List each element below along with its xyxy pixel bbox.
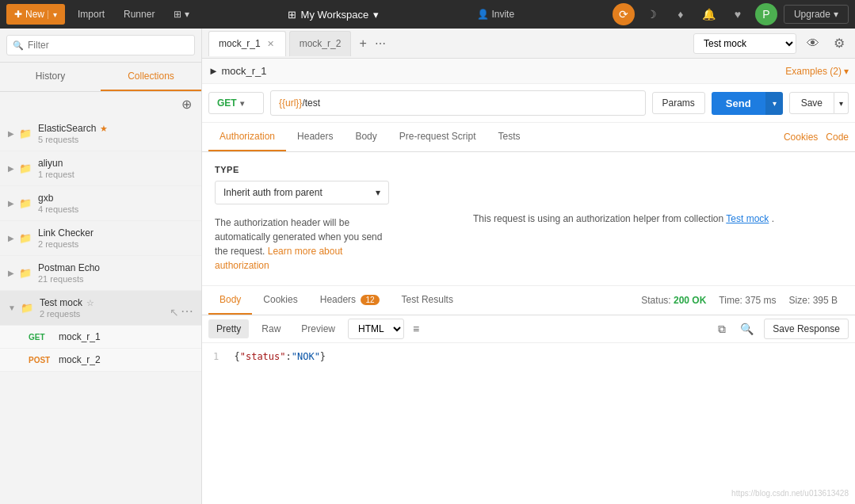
- folder-icon: 📁: [19, 267, 32, 279]
- collection-info: Link Checker 2 requests: [38, 227, 193, 249]
- settings-button[interactable]: ⚙: [830, 33, 849, 53]
- user-icon[interactable]: ♦: [670, 3, 692, 25]
- heart-icon[interactable]: ♥: [727, 3, 749, 25]
- new-label: New: [25, 9, 44, 20]
- collection-item-postman-echo[interactable]: ▶ 📁 Postman Echo 21 requests: [0, 256, 201, 291]
- response-body: 1 {"status":"NOK"}: [202, 343, 855, 504]
- url-input[interactable]: {{url}}/test: [270, 90, 646, 116]
- tab-headers[interactable]: Headers: [286, 123, 344, 151]
- search-response-icon[interactable]: 🔍: [736, 320, 758, 338]
- upgrade-button[interactable]: Upgrade ▾: [784, 5, 849, 24]
- resp-tab-body[interactable]: Body: [208, 286, 252, 315]
- collection-item-link-checker[interactable]: ▶ 📁 Link Checker 2 requests: [0, 221, 201, 256]
- tab-body[interactable]: Body: [344, 123, 387, 151]
- tab-bar: mock_r_1 ✕ mock_r_2 + ⋯ Test mock 👁 ⚙: [202, 29, 855, 59]
- format-select[interactable]: HTML JSON XML Text: [348, 319, 404, 339]
- send-dropdown-button[interactable]: ▾: [765, 92, 783, 115]
- bell-icon[interactable]: 🔔: [698, 3, 720, 25]
- line-number: 1: [213, 351, 219, 362]
- tab-label: mock_r_1: [219, 38, 261, 49]
- filter-input[interactable]: [6, 35, 195, 55]
- resp-tab-headers[interactable]: Headers 12: [309, 286, 391, 315]
- sidebar-tabs: History Collections: [0, 63, 201, 92]
- send-button[interactable]: Send: [712, 92, 765, 115]
- layout-button[interactable]: ⊞ ▾: [167, 6, 195, 23]
- add-tab-button[interactable]: +: [354, 36, 371, 51]
- time-value: 375 ms: [745, 295, 776, 306]
- response-line: 1 {"status":"NOK"}: [213, 351, 844, 362]
- breadcrumb: ► mock_r_1: [208, 65, 267, 77]
- collection-info: Postman Echo 21 requests: [38, 262, 193, 284]
- folder-icon: 📁: [21, 302, 33, 314]
- request-name: mock_r_1: [59, 331, 101, 342]
- collection-name: ElasticSearch ★: [38, 123, 193, 134]
- tab-history[interactable]: History: [0, 63, 101, 91]
- cookies-link[interactable]: Cookies: [784, 132, 818, 143]
- fmt-tab-preview[interactable]: Preview: [293, 319, 343, 338]
- arrow-icon: ▶: [8, 129, 14, 138]
- examples-link[interactable]: Examples (2) ▾: [785, 66, 849, 77]
- auth-collection-link[interactable]: Test mock: [726, 213, 769, 224]
- import-button[interactable]: Import: [71, 6, 111, 23]
- arrow-icon: ▶: [8, 234, 14, 242]
- add-collection-button[interactable]: ⊕: [178, 95, 195, 113]
- method-badge-get: GET: [29, 333, 52, 342]
- collection-info: aliyun 1 request: [38, 158, 193, 179]
- right-panel: mock_r_1 ✕ mock_r_2 + ⋯ Test mock 👁 ⚙ ► …: [202, 29, 855, 504]
- resp-tab-cookies[interactable]: Cookies: [252, 286, 308, 315]
- invite-button[interactable]: 👤 Invite: [471, 6, 521, 23]
- runner-button[interactable]: Runner: [117, 6, 161, 23]
- method-badge-post: POST: [29, 356, 52, 365]
- eye-button[interactable]: 👁: [803, 34, 823, 53]
- tab-authorization[interactable]: Authorization: [208, 123, 286, 151]
- tab-mock-r2[interactable]: mock_r_2: [289, 31, 352, 56]
- moon-icon[interactable]: ☽: [641, 3, 663, 25]
- new-dropdown-arrow[interactable]: ▾: [48, 10, 57, 19]
- request-list: GET mock_r_1 POST mock_r_2: [0, 326, 201, 372]
- auth-description: The authorization header will be automat…: [215, 216, 389, 273]
- new-button[interactable]: ✚ New ▾: [6, 4, 65, 25]
- wrap-icon[interactable]: ≡: [409, 320, 423, 338]
- more-tabs-button[interactable]: ⋯: [375, 37, 386, 50]
- tab-close-button[interactable]: ✕: [265, 39, 276, 49]
- collection-item-test-mock[interactable]: ▼ 📁 Test mock ☆ 2 requests ↖ ⋯: [0, 291, 201, 326]
- tab-mock-r1[interactable]: mock_r_1 ✕: [208, 31, 286, 56]
- collection-item-aliyun[interactable]: ▶ 📁 aliyun 1 request: [0, 151, 201, 186]
- auth-type-select[interactable]: Inherit auth from parent ▾: [215, 181, 389, 204]
- code-link[interactable]: Code: [826, 132, 849, 143]
- save-dropdown-button[interactable]: ▾: [834, 92, 849, 114]
- collections-list: ▶ 📁 ElasticSearch ★ 5 requests ▶ 📁 aliyu…: [0, 116, 201, 504]
- top-icons: ⟳ ☽ ♦ 🔔 ♥ P Upgrade ▾: [613, 3, 849, 25]
- url-bar: GET ▾ {{url}}/test Params Send ▾ Save ▾: [202, 84, 855, 123]
- auth-left: TYPE Inherit auth from parent ▾ The auth…: [215, 165, 389, 273]
- request-item-mock-r2[interactable]: POST mock_r_2: [0, 349, 201, 372]
- tab-tests[interactable]: Tests: [487, 123, 531, 151]
- collection-item-gxb[interactable]: ▶ 📁 gxb 4 requests: [0, 186, 201, 221]
- tab-collections[interactable]: Collections: [101, 63, 201, 91]
- copy-icon[interactable]: ⧉: [714, 320, 730, 338]
- more-button[interactable]: ⋯: [177, 302, 197, 320]
- avatar[interactable]: P: [755, 3, 777, 25]
- select-arrow: ▾: [376, 187, 380, 198]
- save-button[interactable]: Save: [789, 92, 834, 114]
- save-response-button[interactable]: Save Response: [764, 319, 849, 339]
- watermark: https://blog.csdn.net/u013613428: [731, 489, 849, 498]
- params-button[interactable]: Params: [652, 92, 705, 114]
- send-btn-group: Send ▾: [712, 92, 783, 115]
- mock-select[interactable]: Test mock: [693, 33, 796, 54]
- sync-icon[interactable]: ⟳: [613, 3, 635, 25]
- resp-tab-test-results[interactable]: Test Results: [391, 286, 464, 315]
- collection-item-elasticsearch[interactable]: ▶ 📁 ElasticSearch ★ 5 requests: [0, 116, 201, 151]
- collection-star-empty[interactable]: ☆: [86, 298, 94, 308]
- fmt-tab-raw[interactable]: Raw: [254, 319, 288, 338]
- sidebar-actions: ⊕: [0, 92, 201, 116]
- request-item-mock-r1[interactable]: GET mock_r_1: [0, 326, 201, 349]
- tab-pre-request[interactable]: Pre-request Script: [388, 123, 487, 151]
- fmt-tab-pretty[interactable]: Pretty: [208, 319, 249, 338]
- workspace-button[interactable]: ⊞ My Workspace ▾: [288, 9, 380, 21]
- arrow-icon: ▶: [8, 269, 14, 277]
- method-select[interactable]: GET ▾: [208, 92, 264, 114]
- workspace-label: My Workspace: [301, 9, 369, 21]
- auth-content: TYPE Inherit auth from parent ▾ The auth…: [202, 152, 855, 286]
- auth-info-text: This request is using an authorization h…: [473, 213, 723, 224]
